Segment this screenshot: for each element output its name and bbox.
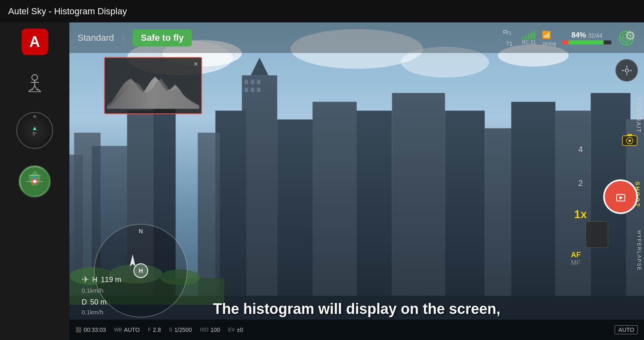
height-label: H <box>92 276 98 284</box>
main-layout: A ▲ 5° N <box>0 22 644 340</box>
compass-widget[interactable]: ▲ 5° N <box>16 112 53 149</box>
zoom-level[interactable]: 1x <box>574 208 587 221</box>
ev-display: EV ±0 <box>228 327 243 333</box>
svg-rect-46 <box>251 88 254 92</box>
auto-badge[interactable]: AUTO <box>615 325 638 334</box>
top-hud: Standard | Safe to fly 71 71 <box>69 22 644 53</box>
shoot-button[interactable] <box>603 179 638 214</box>
height-value: 119 m <box>101 276 121 284</box>
histogram-close-button[interactable]: × <box>193 60 198 68</box>
distance-label: D <box>82 298 87 307</box>
camera-mode-selector[interactable] <box>586 221 608 248</box>
camera-view: Standard | Safe to fly 71 71 <box>69 22 644 340</box>
title-bar: Autel Sky - Histogram Display <box>0 0 644 22</box>
svg-rect-64 <box>627 134 632 136</box>
svg-point-0 <box>32 75 38 80</box>
portrait-label: PORTRAIT <box>635 98 642 133</box>
svg-line-4 <box>35 86 38 91</box>
iso-display: ISO 100 <box>200 327 220 333</box>
map-icon[interactable] <box>18 165 51 198</box>
telemetry-panel: ✈ H 119 m 0.1km/h D 50 m 0.1km/h <box>82 274 121 318</box>
rc-signal: RC 21 <box>522 31 536 45</box>
page-title: Autel Sky - Histogram Display <box>8 6 127 17</box>
af-mf-selector[interactable]: AF MF <box>571 251 581 267</box>
right-panel: PORTRAIT 4 2 SHOOT <box>595 22 644 340</box>
compass-north: N <box>139 228 143 234</box>
shutter-display: S 1/2500 <box>169 327 192 333</box>
land-icon[interactable] <box>22 71 47 96</box>
speed-d: 0.1km/h <box>82 309 103 316</box>
camera-mode-icon[interactable] <box>622 132 638 149</box>
safe-to-fly-button[interactable]: Safe to fly <box>133 29 192 46</box>
svg-point-10 <box>33 180 36 183</box>
phone-signal: 📶 strong <box>542 29 556 46</box>
fstop-display: F 2.8 <box>148 327 161 333</box>
svg-point-56 <box>625 69 628 72</box>
autel-logo: A <box>22 29 48 55</box>
svg-rect-48 <box>504 31 507 33</box>
svg-rect-44 <box>257 80 260 84</box>
svg-rect-42 <box>244 80 248 84</box>
svg-point-63 <box>628 139 631 142</box>
svg-line-3 <box>32 86 35 91</box>
svg-marker-67 <box>130 254 135 267</box>
left-sidebar: A ▲ 5° N <box>0 22 69 340</box>
bottom-status-bar: ⬛ 00:33:03 WB AUTO F 2.8 S 1/2500 ISO 10… <box>69 320 644 340</box>
wb-display: WB AUTO <box>114 327 140 333</box>
distance-value: 50 m <box>90 298 107 307</box>
svg-text:📶: 📶 <box>542 31 551 40</box>
hud-separator: | <box>122 33 124 43</box>
satellite-count: 71 <box>506 40 513 47</box>
histogram-panel: × <box>104 57 202 114</box>
settings-toggle[interactable] <box>615 59 638 82</box>
svg-marker-66 <box>620 196 623 199</box>
subtitle-text: The histogram will display on the screen… <box>213 300 500 318</box>
svg-rect-43 <box>251 80 254 84</box>
satellite-status: 71 71 <box>503 29 516 47</box>
svg-rect-45 <box>244 88 248 92</box>
svg-text:71: 71 <box>507 31 512 35</box>
exposure-scale: 4 2 <box>578 145 583 188</box>
histogram-canvas <box>107 68 199 111</box>
svg-rect-47 <box>257 88 260 92</box>
speed-h: 0.1km/h <box>82 287 103 294</box>
flight-mode: Standard <box>78 33 114 43</box>
hyperlapse-label: HYPERLAPSE <box>636 230 642 271</box>
timer-display: ⬛ 00:33:03 <box>76 327 106 333</box>
